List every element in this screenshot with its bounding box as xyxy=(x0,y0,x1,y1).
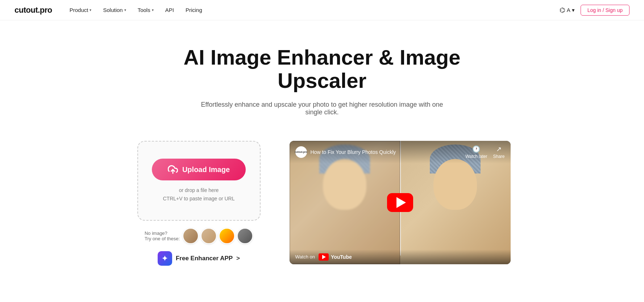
video-thumbnail[interactable]: → cutout.pro How to Fix Your Blurry Phot… xyxy=(290,141,511,264)
upload-icon xyxy=(168,164,178,175)
arrow-right-icon: > xyxy=(236,255,240,262)
upload-dropzone[interactable]: Upload Image or drop a file here CTRL+V … xyxy=(137,141,261,221)
sample-thumb-1[interactable] xyxy=(183,228,199,244)
video-topbar: cutout.pro How to Fix Your Blurry Photos… xyxy=(290,141,511,163)
upload-panel: Upload Image or drop a file here CTRL+V … xyxy=(130,141,268,266)
sample-label: No image? Try one of these: xyxy=(145,230,180,241)
channel-avatar: cutout.pro xyxy=(295,146,307,158)
navbar: cutout.pro Product ▾ Solution ▾ Tools ▾ … xyxy=(0,0,644,20)
sample-thumbnails xyxy=(183,228,253,244)
chevron-down-icon: ▾ xyxy=(152,8,154,12)
language-selector[interactable]: ⌬ A ▾ xyxy=(560,6,575,14)
upload-button[interactable]: Upload Image xyxy=(152,159,246,180)
video-actions: 🕐 Watch later ↗ Share xyxy=(465,145,504,159)
nav-product[interactable]: Product ▾ xyxy=(70,7,92,13)
sample-thumb-3[interactable] xyxy=(219,228,235,244)
sample-thumb-2[interactable] xyxy=(201,228,217,244)
nav-tools[interactable]: Tools ▾ xyxy=(138,7,154,13)
nav-links: Product ▾ Solution ▾ Tools ▾ API Pricing xyxy=(70,7,560,13)
chevron-down-icon: ▾ xyxy=(124,8,126,12)
share-icon: ↗ xyxy=(496,145,502,153)
login-button[interactable]: Log in / Sign up xyxy=(581,5,630,16)
nav-pricing[interactable]: Pricing xyxy=(186,7,202,13)
video-bottombar: Watch on YouTube xyxy=(290,250,511,264)
watch-on-label: Watch on xyxy=(295,254,315,260)
hero-subtitle: Effortlessly enhance and upscale your ph… xyxy=(195,101,449,116)
sample-images-row: No image? Try one of these: xyxy=(145,228,253,244)
hero-section: AI Image Enhancer & Image Upscaler Effor… xyxy=(0,20,644,141)
baby-face-right xyxy=(433,159,477,210)
video-panel: → cutout.pro How to Fix Your Blurry Phot… xyxy=(290,141,514,264)
main-content: Upload Image or drop a file here CTRL+V … xyxy=(105,141,540,287)
sample-thumb-4[interactable] xyxy=(237,228,253,244)
chevron-down-icon: ▾ xyxy=(572,7,575,13)
upload-hint: or drop a file here CTRL+V to paste imag… xyxy=(163,186,234,203)
translate-icon: ⌬ xyxy=(560,6,565,14)
share-action[interactable]: ↗ Share xyxy=(493,145,504,159)
nav-solution[interactable]: Solution ▾ xyxy=(103,7,126,13)
video-title: How to Fix Your Blurry Photos Quickly xyxy=(311,149,462,155)
chevron-down-icon: ▾ xyxy=(90,8,91,12)
watch-later-action[interactable]: 🕐 Watch later xyxy=(465,145,487,159)
app-icon: ✦ xyxy=(158,251,172,266)
youtube-logo-text: YouTube xyxy=(331,254,352,260)
watch-later-icon: 🕐 xyxy=(472,145,480,153)
nav-api[interactable]: API xyxy=(165,7,174,13)
youtube-logo-icon xyxy=(319,253,329,261)
nav-right: ⌬ A ▾ Log in / Sign up xyxy=(560,5,630,16)
hero-title: AI Image Enhancer & Image Upscaler xyxy=(159,46,485,92)
youtube-logo: YouTube xyxy=(319,253,352,261)
youtube-play-button[interactable] xyxy=(387,193,413,212)
app-download-link[interactable]: ✦ Free Enhancer APP > xyxy=(158,251,240,266)
brand-logo[interactable]: cutout.pro xyxy=(14,5,52,15)
